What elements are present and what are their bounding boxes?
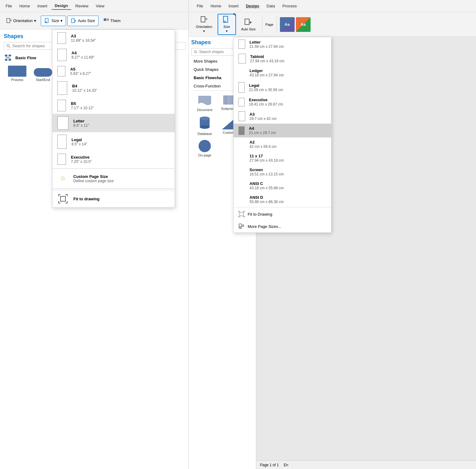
- b4-name: B4: [72, 84, 97, 88]
- left-menu-home[interactable]: Home: [16, 2, 33, 10]
- right-menu-design[interactable]: Design: [243, 2, 262, 10]
- right-size-a2[interactable]: A2 42 cm x 59.4 cm: [234, 137, 331, 151]
- b5-text: B5 7.17" x 10.12": [71, 101, 94, 110]
- orientation-button[interactable]: Orientation ▾: [2, 16, 40, 26]
- size-item-executive[interactable]: Executive 7.25" x 10.5": [52, 151, 175, 167]
- theme-icon: [103, 18, 109, 24]
- right-menu-file[interactable]: File: [194, 2, 206, 10]
- ri-screen-text: Screen 16.51 cm x 13.15 cm: [250, 167, 284, 176]
- ri-tabloid-name: Tabloid: [250, 54, 284, 59]
- svg-rect-10: [5, 59, 7, 61]
- size-item-a5[interactable]: A5 5.83" x 8.27": [52, 63, 175, 79]
- right-size-a4[interactable]: A4 21 cm x 29.7 cm: [234, 124, 331, 137]
- size-item-a3[interactable]: A3 11.69" x 16.54": [52, 30, 175, 46]
- right-size-executive[interactable]: Executive 18.41 cm x 26.67 cm: [234, 95, 331, 109]
- rs-shape-onpage[interactable]: On-page: [192, 138, 217, 159]
- right-size-ansic[interactable]: ANSI C 43.18 cm x 55.88 cm: [234, 179, 331, 193]
- ri-letter-text: Letter 21.59 cm x 27.94 cm: [250, 40, 284, 49]
- right-size-ledger[interactable]: Ledger 43.18 cm x 27.94 cm: [234, 66, 331, 80]
- theme-swatch-1-label: Aa: [284, 22, 290, 27]
- fit-to-drawing-item[interactable]: Fit to drawing: [52, 190, 175, 207]
- svg-rect-5: [60, 196, 65, 201]
- right-menu-process[interactable]: Process: [279, 2, 300, 10]
- right-toolbar: Orientation ▾ Size ▾ ↖ Auto Size: [189, 12, 476, 37]
- rs-shape-database[interactable]: Database: [192, 114, 217, 137]
- status-extra: En: [284, 463, 288, 467]
- right-fit-label: Fit to Drawing: [248, 212, 272, 217]
- theme-swatch-1[interactable]: Aa: [280, 17, 295, 32]
- b5-name: B5: [71, 101, 94, 106]
- rs-shape-document[interactable]: Document: [192, 93, 217, 113]
- cursor-indicator: ↖: [233, 12, 237, 17]
- left-menu-insert[interactable]: Insert: [34, 2, 51, 10]
- size-item-a4[interactable]: A4 8.27" x 11.69": [52, 46, 175, 63]
- auto-size-button[interactable]: Auto Size: [67, 16, 99, 26]
- ri-executive-dim: 18.41 cm x 26.67 cm: [249, 102, 283, 106]
- auto-size-label: Auto Size: [78, 18, 95, 23]
- size-item-b5[interactable]: B5 7.17" x 10.12": [52, 97, 175, 114]
- right-menu-insert[interactable]: Insert: [226, 2, 242, 10]
- page-label: Page: [265, 23, 273, 26]
- right-size-screen[interactable]: Screen 16.51 cm x 13.15 cm: [234, 165, 331, 179]
- ri-ansic-name: ANSI C: [250, 181, 284, 186]
- startend-label: Start/End: [36, 78, 50, 82]
- a3-icon: [57, 32, 66, 44]
- svg-point-30: [200, 125, 210, 129]
- right-size-tabloid[interactable]: Tabloid 27.94 cm x 43.18 cm: [234, 51, 331, 66]
- a5-dim: 5.83" x 8.27": [70, 71, 91, 76]
- theme-label: Them: [110, 18, 121, 23]
- left-menu-file[interactable]: File: [2, 2, 15, 10]
- right-size-ansid[interactable]: ANSI D 55.88 cm x 86.36 cm: [234, 193, 331, 206]
- fit-drawing-icon: [57, 193, 68, 204]
- right-auto-size-button[interactable]: Auto Size: [238, 17, 259, 33]
- right-orientation-button[interactable]: Orientation ▾: [192, 14, 216, 35]
- right-menu-data[interactable]: Data: [264, 2, 278, 10]
- svg-rect-9: [9, 55, 11, 56]
- right-fit-to-drawing[interactable]: Fit to Drawing: [234, 208, 331, 220]
- star-icon: ☆: [57, 173, 68, 184]
- page-info: Page 1 of 1: [260, 463, 279, 467]
- custom-page-size-item[interactable]: ☆ Custom Page Size Define custom page si…: [52, 170, 175, 187]
- shape-item-startend[interactable]: Start/End: [31, 68, 55, 87]
- ri-a3-name: A3: [250, 112, 277, 117]
- auto-size-icon: [71, 18, 77, 24]
- ri-tabloid-dim: 27.94 cm x 43.18 cm: [250, 59, 284, 63]
- theme-block: Aa Aa: [280, 17, 311, 32]
- right-content: Shapes More Shapes Quick Shapes Basic Fl…: [189, 37, 476, 469]
- svg-rect-3: [104, 18, 106, 21]
- right-more-sizes[interactable]: More Page Sizes...: [234, 220, 331, 233]
- right-size-11x17[interactable]: 11 x 17 27.94 cm x 43.18 cm: [234, 151, 331, 165]
- size-dropdown-right: Letter 21.59 cm x 27.94 cm Tabloid 27.94…: [233, 37, 331, 233]
- right-menu-home[interactable]: Home: [207, 2, 224, 10]
- left-menubar: File Home Insert Design Review View: [0, 0, 188, 12]
- rs-database-shape: [198, 116, 211, 131]
- letter-dim: 8.5" x 11": [73, 123, 89, 128]
- size-item-legal[interactable]: Legal 8.5" x 14": [52, 132, 175, 151]
- b4-text: B4 10.12" x 14.33": [72, 84, 97, 93]
- right-size-button[interactable]: Size ▾ ↖: [218, 14, 236, 35]
- size-item-b4[interactable]: B4 10.12" x 14.33": [52, 79, 175, 97]
- rs-database-label: Database: [197, 132, 212, 136]
- left-menu-design[interactable]: Design: [52, 2, 71, 10]
- ri-ansid-text: ANSI D 55.88 cm x 86.36 cm: [250, 195, 284, 204]
- left-menu-review[interactable]: Review: [72, 2, 92, 10]
- theme-swatch-2[interactable]: Aa: [296, 17, 311, 32]
- right-size-letter[interactable]: Letter 21.59 cm x 27.94 cm: [234, 37, 331, 51]
- svg-rect-1: [45, 18, 48, 23]
- right-size-a3[interactable]: A3 29.7 cm x 42 cm: [234, 109, 331, 124]
- a5-text: A5 5.83" x 8.27": [70, 67, 91, 76]
- shape-item-process[interactable]: Process: [5, 66, 29, 87]
- svg-rect-0: [7, 18, 10, 23]
- right-size-legal[interactable]: Legal 21.59 cm x 35.56 cm: [234, 80, 331, 95]
- rs-onpage-shape: [199, 140, 211, 152]
- ri-a3-text: A3 29.7 cm x 42 cm: [250, 112, 277, 121]
- basic-flow-label: Basic Flow: [15, 56, 36, 60]
- right-orientation-chevron: ▾: [203, 29, 205, 33]
- ri-legal-text: Legal 21.59 cm x 35.56 cm: [249, 83, 283, 92]
- svg-point-31: [200, 117, 210, 120]
- left-menu-view[interactable]: View: [93, 2, 107, 10]
- theme-button[interactable]: Them: [100, 16, 124, 26]
- ri-11x17-name: 11 x 17: [250, 154, 284, 158]
- size-item-letter[interactable]: Letter 8.5" x 11": [52, 114, 175, 132]
- size-button[interactable]: Size ▾: [41, 16, 66, 26]
